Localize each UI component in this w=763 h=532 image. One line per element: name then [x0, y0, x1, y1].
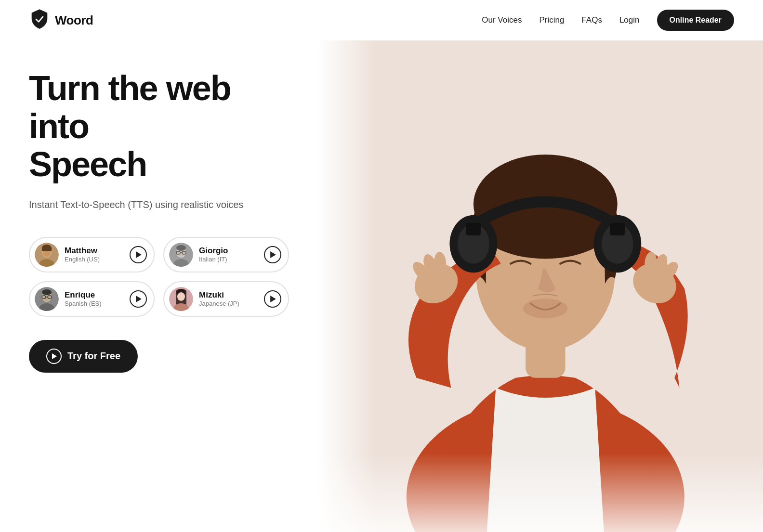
logo-area: Woord [29, 9, 93, 32]
logo-text: Woord [55, 13, 93, 28]
hero-title: Turn the web into Speech [29, 69, 289, 184]
svg-point-22 [42, 289, 52, 295]
play-icon-giorgio [270, 251, 276, 258]
nav-our-voices[interactable]: Our Voices [482, 15, 522, 25]
online-reader-button[interactable]: Online Reader [657, 10, 734, 31]
svg-marker-32 [270, 296, 276, 302]
voice-name-enrique: Enrique [65, 290, 124, 300]
try-free-play-icon [46, 349, 62, 364]
play-button-enrique[interactable] [130, 290, 147, 308]
svg-rect-53 [466, 223, 481, 235]
voice-lang-giorgio: Italian (IT) [199, 256, 258, 263]
voice-info-matthew: Matthew English (US) [65, 246, 124, 263]
play-icon-matthew [135, 251, 142, 258]
voice-name-giorgio: Giorgio [199, 246, 258, 256]
voice-card-mizuki[interactable]: Mizuki Japanese (JP) [163, 281, 289, 317]
svg-marker-15 [270, 251, 276, 258]
voice-lang-mizuki: Japanese (JP) [199, 300, 258, 307]
play-button-giorgio[interactable] [264, 246, 281, 263]
avatar-matthew [35, 243, 59, 267]
try-free-play-svg [52, 353, 57, 359]
play-icon-mizuki [270, 296, 276, 302]
svg-point-40 [523, 298, 568, 318]
hero-subtitle: Instant Text-to-Speech (TTS) using reali… [29, 197, 289, 212]
try-for-free-button[interactable]: Try for Free [29, 340, 138, 373]
try-free-label: Try for Free [67, 350, 120, 362]
main-layout: Turn the web into Speech Instant Text-to… [0, 40, 763, 532]
avatar-giorgio [169, 243, 193, 267]
voice-name-mizuki: Mizuki [199, 290, 258, 300]
voice-lang-enrique: Spanish (ES) [65, 300, 124, 307]
avatar-enrique [35, 287, 59, 311]
main-nav: Our Voices Pricing FAQs Login Online Rea… [482, 10, 734, 31]
nav-login[interactable]: Login [619, 15, 640, 25]
svg-rect-4 [42, 248, 52, 251]
voices-grid: Matthew English (US) [29, 237, 289, 317]
voice-info-enrique: Enrique Spanish (ES) [65, 290, 124, 307]
voice-card-enrique[interactable]: Enrique Spanish (ES) [29, 281, 155, 317]
voice-card-matthew[interactable]: Matthew English (US) [29, 237, 155, 272]
play-button-mizuki[interactable] [264, 290, 281, 308]
hero-title-line2: Speech [29, 145, 146, 183]
hero-title-line1: Turn the web into [29, 69, 231, 145]
voice-lang-matthew: English (US) [65, 256, 124, 263]
nav-faqs[interactable]: FAQs [581, 15, 602, 25]
svg-rect-54 [610, 223, 625, 235]
left-content: Turn the web into Speech Instant Text-to… [0, 40, 318, 532]
voice-info-giorgio: Giorgio Italian (IT) [199, 246, 258, 263]
person-illustration [318, 40, 763, 532]
voice-info-mizuki: Mizuki Japanese (JP) [199, 290, 258, 307]
play-button-matthew[interactable] [130, 246, 147, 263]
play-icon-enrique [135, 296, 142, 302]
svg-marker-33 [52, 353, 57, 359]
voice-name-matthew: Matthew [65, 246, 124, 256]
svg-marker-6 [136, 251, 142, 258]
header: Woord Our Voices Pricing FAQs Login Onli… [0, 0, 763, 40]
nav-pricing[interactable]: Pricing [539, 15, 564, 25]
logo-icon [29, 9, 50, 32]
hero-image [318, 40, 763, 532]
svg-marker-24 [136, 296, 142, 302]
svg-point-30 [177, 292, 185, 301]
svg-point-13 [176, 245, 186, 251]
avatar-mizuki [169, 287, 193, 311]
voice-card-giorgio[interactable]: Giorgio Italian (IT) [163, 237, 289, 272]
